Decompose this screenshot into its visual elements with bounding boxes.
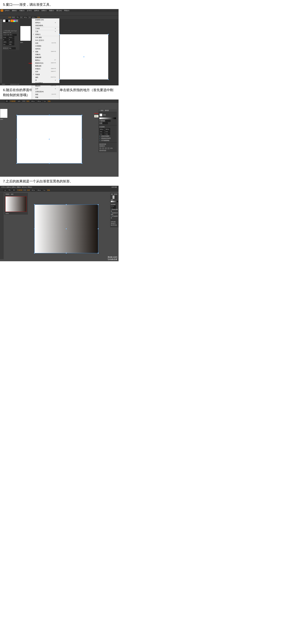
menu-item[interactable]: 外观(E)Shift+F6 [32,68,59,70]
chk-scale-corners[interactable]: 缩放矩形圆角 [99,135,116,137]
menu-item[interactable]: CSS 属性 [32,36,59,39]
chk-pixel-grid[interactable]: 对齐像素网格 [99,140,116,142]
opt-px-field[interactable]: 0 px [43,190,46,191]
menu-item[interactable]: 动作(N) [32,48,59,50]
handle-bl[interactable] [34,253,35,254]
tool-type[interactable] [0,26,2,28]
artboard-rectangle[interactable] [17,115,82,164]
handle-tl[interactable] [34,204,35,205]
gradient-swatch[interactable] [99,114,102,116]
artboard-gradient-rect[interactable] [35,204,98,253]
opt-base[interactable]: 基本 [13,189,16,191]
swatch-orange[interactable] [11,20,13,22]
menu-item[interactable]: 画板 [32,96,59,99]
menu-item[interactable]: 图案选项 [32,64,59,68]
handle-tm[interactable] [66,204,67,205]
menu-item[interactable]: 排列(A)▸ [32,21,59,24]
handle-rm[interactable] [98,228,99,229]
tab-info[interactable]: 信息 [11,193,14,195]
tool-selection[interactable] [0,19,2,21]
pf-unite-icon[interactable] [99,147,101,149]
swatch-gray[interactable] [16,20,18,22]
handle-bl[interactable] [59,79,60,80]
tool-direct-select[interactable] [0,22,2,24]
hscale-field[interactable] [9,41,14,43]
tracking-field[interactable] [9,38,14,40]
location-field[interactable] [103,122,108,124]
navigator-thumb[interactable] [20,26,31,41]
vscale-field[interactable] [3,41,9,43]
tool-brush[interactable] [0,30,2,32]
menu-item[interactable]: 图形样式(S)Shift+F5 [32,62,59,64]
opt-transform[interactable]: 变换 [47,189,50,191]
swatch-color[interactable] [13,20,16,22]
menu-edit[interactable]: 编辑(E) [11,10,18,12]
handle-tl[interactable] [17,115,17,116]
menu-item[interactable]: 库▸ [32,79,59,82]
gradient-swatch[interactable] [113,196,116,199]
menu-window[interactable]: 窗口(W) [55,10,63,12]
menu-window[interactable]: 窗口(W) [22,186,27,188]
menu-select[interactable]: 选择(S) [33,10,40,12]
menu-item[interactable]: 浏览加载项... [32,24,59,27]
menu-item[interactable]: 控制(C) [32,33,59,36]
handle-tr[interactable] [108,34,109,35]
menu-item[interactable]: 导航器 [32,73,59,76]
handle-br[interactable] [81,163,82,164]
radius-field-1[interactable] [99,130,104,132]
handle-bl[interactable] [17,163,17,164]
opt-opacity-field[interactable]: 100% [17,100,21,102]
menu-item[interactable]: 文字▸ [32,88,59,90]
opt-height-field[interactable]: 600 px [31,16,36,18]
handle-center[interactable] [84,56,84,57]
handle-br[interactable] [108,79,109,80]
swatch-radial[interactable] [8,20,11,22]
tab-navigator[interactable]: 导航器 [5,193,10,195]
menu-effect[interactable]: 效果(C) [12,186,16,188]
opt-ratio[interactable]: 等比 [8,189,12,191]
opt-px-field[interactable]: 0 px [43,100,47,102]
navigator-thumb[interactable] [0,109,8,118]
baseline-field[interactable] [3,43,9,45]
opt-stroke-field[interactable]: 1 pt [3,190,7,191]
menu-effect[interactable]: 效果(C) [41,10,48,12]
menu-select[interactable]: 选择(S) [7,186,11,188]
swatch-white[interactable] [3,20,5,22]
chk-scale-strokes[interactable]: 缩放描边和效果 [99,138,116,139]
menu-type[interactable]: 文字(T) [1,186,6,188]
font-family-field[interactable] [3,34,17,36]
menu-type[interactable]: 文字(T) [26,10,33,12]
navigator-thumb[interactable] [5,196,27,212]
pf-intersect-icon[interactable] [105,147,107,149]
tab-gradient[interactable]: ◇渐变 [99,110,103,112]
gradient-slider[interactable] [99,118,116,119]
tool-rect[interactable] [0,28,2,30]
handle-tr[interactable] [98,204,99,205]
handle-bm[interactable] [49,163,50,164]
handle-center[interactable] [49,139,50,140]
swatch-black[interactable] [6,20,8,22]
radius-field-4[interactable] [105,133,110,135]
handle-rm[interactable] [81,139,82,140]
menu-item[interactable]: 工作区▸ [32,27,59,30]
workspace-label[interactable]: 基本功能 [112,186,117,188]
radius-field-2[interactable] [105,130,110,132]
menu-item[interactable]: 图像描摹 [32,56,59,59]
radius-field[interactable] [111,207,116,209]
menu-view[interactable]: 视图(V) [48,10,55,12]
handle-center[interactable] [66,228,67,229]
tool-pen[interactable] [0,24,2,26]
char-tabs[interactable]: ◇字符 段落 OpenType [3,30,19,32]
kerning-field[interactable] [3,38,9,40]
chk-pixel-grid[interactable]: 对齐像素网格 [111,216,118,219]
handle-lm[interactable] [17,139,17,140]
tab-gradient[interactable]: 渐变 [111,194,113,195]
shape-w-field[interactable] [111,206,116,207]
menu-item[interactable]: 图层(L)F7 [32,59,59,62]
opt-w-field[interactable]: 600 px [31,190,36,191]
shape-h-field[interactable] [105,128,110,130]
shape-w-field[interactable] [99,128,104,130]
menu-view[interactable]: 视图(V) [17,186,21,188]
status-zoom[interactable]: 100% [2,84,5,85]
menu-item[interactable]: 分色预览 [32,45,59,48]
